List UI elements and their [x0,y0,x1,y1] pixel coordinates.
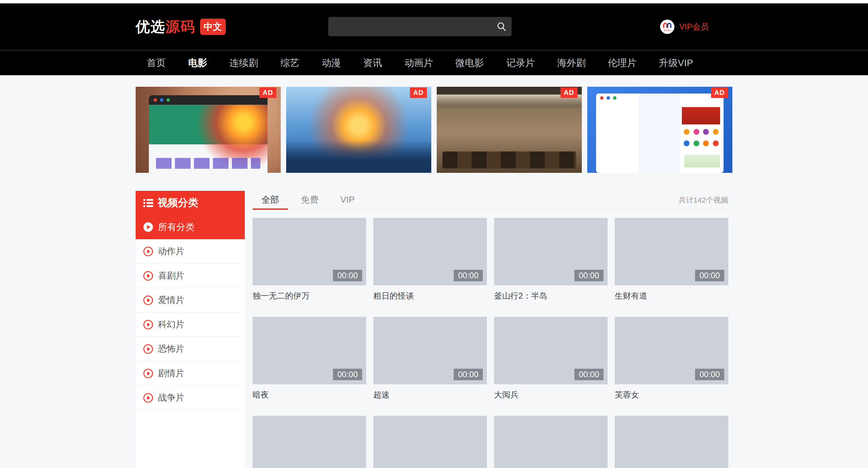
main-nav: 首页 电影 连续剧 综艺 动漫 资讯 动画片 微电影 记录片 海外剧 伦理片 升… [0,50,868,75]
nav-item[interactable]: 连续剧 [218,50,269,75]
video-card[interactable]: 00:00 暗夜 [253,317,366,400]
video-card[interactable]: 00:00 生财有道 [615,218,728,301]
video-card[interactable] [615,416,728,468]
category-sidebar: 视频分类 所有分类 动作片 [136,191,245,468]
list-icon [143,198,153,208]
video-card[interactable]: 00:00 超速 [373,317,487,400]
video-card[interactable]: 00:00 独一无二的伊万 [253,218,366,301]
nav-item[interactable]: 记录片 [495,50,546,75]
site-logo[interactable]: 优选 源码 中文 [136,17,226,36]
video-thumbnail[interactable] [253,416,366,468]
filter-tab[interactable]: 免费 [292,191,327,210]
video-card[interactable]: 00:00 釜山行2：半岛 [494,218,608,301]
video-count: 共计142个视频 [678,191,728,210]
video-title[interactable]: 独一无二的伊万 [253,291,366,301]
video-thumbnail[interactable] [494,416,608,468]
search-input[interactable] [328,17,512,36]
sidebar-item[interactable]: 剧情片 [136,361,245,386]
sidebar-item-label: 科幻片 [158,319,184,330]
duration-badge: 00:00 [695,270,724,281]
sidebar-item[interactable]: 喜剧片 [136,264,245,288]
ad-badge: AD [259,87,276,98]
video-title[interactable]: 大阅兵 [494,390,608,400]
video-thumbnail[interactable]: 00:00 [253,218,366,285]
filter-tab[interactable]: VIP [332,191,363,210]
video-list-section: 全部 免费 VIP 共计142个视频 00:00 独一无二的伊万 [253,191,728,468]
play-circle-icon [143,393,153,403]
search-box [328,17,512,36]
video-card[interactable] [253,416,366,468]
avatar-caption: 麻豆源码 [664,29,671,31]
duration-badge: 00:00 [695,369,724,380]
sidebar-item-label: 爱情片 [158,294,184,306]
duration-badge: 00:00 [454,369,483,380]
logo-text-primary: 优选 [136,17,165,36]
logo-language-badge: 中文 [200,19,226,35]
video-thumbnail[interactable]: 00:00 [615,317,728,384]
ad-banner-row: AD AD AD AD [136,87,732,173]
duration-badge: 00:00 [333,369,362,380]
sidebar-item[interactable]: 恐怖片 [136,337,245,361]
video-thumbnail[interactable]: 00:00 [494,218,608,285]
site-header: 优选 源码 中文 麻豆源码 VIP会员 [0,3,868,50]
video-title[interactable]: 芙蓉女 [615,390,728,400]
video-card[interactable]: 00:00 粗日的怪谈 [373,218,487,301]
play-circle-icon [143,222,153,232]
nav-item[interactable]: 伦理片 [597,50,648,75]
play-circle-icon [143,295,153,305]
video-card[interactable] [373,416,487,468]
video-title[interactable]: 暗夜 [253,390,366,400]
video-title[interactable]: 釜山行2：半岛 [494,291,608,301]
nav-item[interactable]: 动画片 [393,50,444,75]
sidebar-item[interactable]: 科幻片 [136,312,245,337]
ad-banner-3[interactable]: AD [437,87,582,173]
nav-item[interactable]: 综艺 [269,50,311,75]
play-circle-icon [143,271,153,281]
video-title[interactable]: 生财有道 [615,291,728,301]
sidebar-item[interactable]: 动作片 [136,239,245,264]
video-card[interactable]: 00:00 大阅兵 [494,317,608,400]
nav-item[interactable]: 动漫 [311,50,352,75]
sidebar-item-label: 剧情片 [158,367,184,379]
ad-badge: AD [560,87,577,98]
duration-badge: 00:00 [574,369,604,380]
nav-item[interactable]: 资讯 [352,50,393,75]
video-thumbnail[interactable]: 00:00 [494,317,608,384]
logo-text-accent: 源码 [165,17,195,36]
ad-badge: AD [410,87,427,98]
search-button[interactable] [496,21,507,32]
video-title[interactable]: 粗日的怪谈 [373,291,487,301]
ad-badge: AD [711,87,728,98]
sidebar-item[interactable]: 战争片 [136,386,245,410]
video-title[interactable]: 超速 [373,390,487,400]
video-thumbnail[interactable] [373,416,487,468]
ad-banner-2[interactable]: AD [286,87,431,173]
ad-banner-4-art [596,94,724,173]
video-card[interactable]: 00:00 芙蓉女 [615,317,728,400]
sidebar-items: 动作片 喜剧片 [136,239,245,410]
browser-top-strip [0,0,868,3]
sidebar-item-label: 恐怖片 [158,343,184,355]
nav-item[interactable]: 首页 [136,50,177,75]
filter-tab[interactable]: 全部 [253,191,288,210]
video-thumbnail[interactable]: 00:00 [615,218,728,285]
play-circle-icon [143,344,153,354]
filter-tabs: 全部 免费 VIP 共计142个视频 [253,191,728,210]
ad-banner-4[interactable]: AD [587,87,732,173]
video-thumbnail[interactable] [615,416,728,468]
ad-banner-1[interactable]: AD [136,87,281,173]
search-icon [496,21,507,32]
tabs: 全部 免费 VIP [253,198,366,204]
nav-item[interactable]: 升级VIP [648,50,704,75]
nav-item[interactable]: 微电影 [444,50,495,75]
video-thumbnail[interactable]: 00:00 [373,317,487,384]
nav-item[interactable]: 电影 [177,50,218,75]
nav-item[interactable]: 海外剧 [546,50,597,75]
video-thumbnail[interactable]: 00:00 [373,218,487,285]
vip-member-link[interactable]: 麻豆源码 VIP会员 [660,20,709,34]
video-card[interactable] [494,416,608,468]
sidebar-item[interactable]: 爱情片 [136,288,245,312]
video-thumbnail[interactable]: 00:00 [253,317,366,384]
duration-badge: 00:00 [454,270,483,281]
sidebar-item-all-categories[interactable]: 所有分类 [136,215,245,239]
